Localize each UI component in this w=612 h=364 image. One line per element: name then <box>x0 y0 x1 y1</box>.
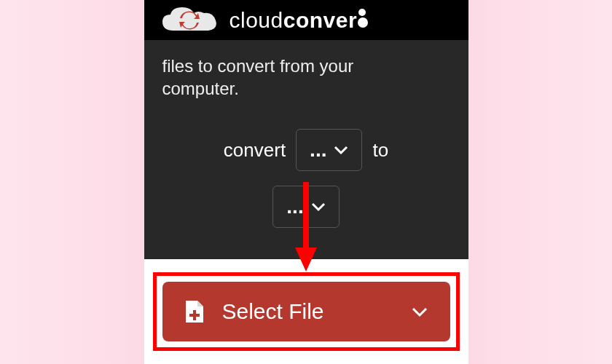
svg-rect-3 <box>189 314 200 317</box>
brand-bold: conver <box>283 8 357 32</box>
header: cloudconver <box>144 0 468 40</box>
app-container: cloudconver files to convert from your c… <box>144 0 468 364</box>
brand-name: cloudconver <box>230 8 369 33</box>
chevron-down-icon <box>311 202 326 212</box>
format-from-value: ... <box>310 138 326 162</box>
instruction-text: files to convert from your computer. <box>162 55 450 100</box>
cloud-logo <box>159 3 221 38</box>
chevron-down-icon <box>334 145 348 155</box>
select-file-label: Select File <box>222 299 324 324</box>
main-content: files to convert from your computer. con… <box>144 40 468 259</box>
select-file-button[interactable]: Select File <box>162 282 450 341</box>
cloud-icon <box>159 3 221 38</box>
format-to-value: ... <box>286 195 303 218</box>
to-label: to <box>372 139 388 162</box>
format-to-dropdown[interactable]: ... <box>272 186 339 228</box>
convert-label: convert <box>224 139 286 162</box>
select-file-section: Select File <box>144 259 468 364</box>
brand-light: cloud <box>230 8 283 32</box>
brand-dot-icon <box>358 9 366 16</box>
format-from-dropdown[interactable]: ... <box>296 129 362 171</box>
brand-dot2-icon <box>358 17 368 28</box>
chevron-down-icon <box>411 306 428 317</box>
convert-row: convert ... to <box>162 129 450 171</box>
annotation-highlight-frame: Select File <box>153 272 460 351</box>
file-add-icon <box>184 299 205 324</box>
